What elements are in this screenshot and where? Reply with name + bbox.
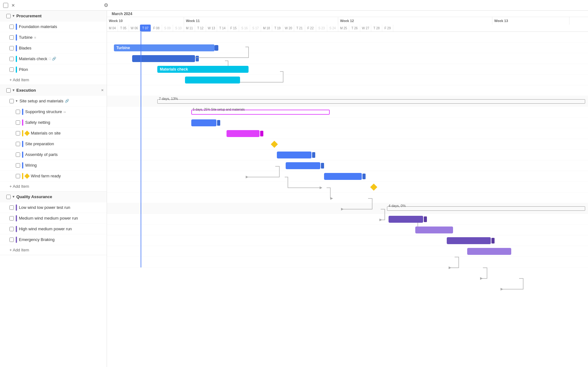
wiring-checkbox[interactable] xyxy=(16,163,20,168)
quality-chevron[interactable]: ▾ xyxy=(13,195,14,199)
row-foundation-materials: Foundation materials xyxy=(0,21,107,32)
materials-on-site-checkbox[interactable] xyxy=(16,131,20,135)
top-bar-checkbox[interactable] xyxy=(3,3,8,8)
add-item-quality[interactable]: + Add Item xyxy=(0,245,107,255)
turbine-checkbox[interactable] xyxy=(9,35,14,40)
safety-netting-bar xyxy=(22,119,23,126)
gantt-row-wind-farm-ready xyxy=(107,182,588,192)
materials-check-checkbox[interactable] xyxy=(9,57,14,61)
gantt-row-add-procurement xyxy=(107,85,588,96)
supporting-structure-checkbox[interactable] xyxy=(16,110,20,114)
execution-chevron[interactable]: ▾ xyxy=(13,88,14,92)
bar-high-wind[interactable] xyxy=(447,237,491,244)
assembly-checkbox[interactable] xyxy=(16,152,20,157)
materials-on-site-label: Materials on site xyxy=(31,131,104,135)
site-setup-chevron[interactable]: ▾ xyxy=(16,99,18,103)
safety-netting-checkbox[interactable] xyxy=(16,120,20,125)
assembly-bar xyxy=(22,152,23,158)
bar-safety-netting[interactable] xyxy=(227,130,260,137)
gantt-month-label: March 2024 xyxy=(110,11,132,17)
section-header-quality[interactable]: ▾ Quality Assurance xyxy=(0,192,107,202)
milestone-materials-on-site[interactable] xyxy=(271,141,278,148)
materials-on-site-bar xyxy=(22,130,23,136)
wiring-end xyxy=(362,174,366,179)
section-quality: ▾ Quality Assurance Low wind low power t… xyxy=(0,192,107,255)
row-pilon: Pilon xyxy=(0,64,107,75)
emergency-braking-checkbox[interactable] xyxy=(9,238,14,242)
week13: Week 13 xyxy=(492,17,569,25)
quality-checkbox[interactable] xyxy=(6,195,11,199)
site-setup-label: Site setup and materials 🔗 xyxy=(20,99,104,103)
milestone-wind-farm-ready[interactable] xyxy=(370,184,378,191)
add-item-execution[interactable]: + Add Item xyxy=(0,181,107,191)
gantt-row-emergency-braking xyxy=(107,246,588,257)
gantt-row-site-setup: 5 days, 25% Site setup and materials xyxy=(107,107,588,118)
turbine-icon: ≡ xyxy=(34,36,36,39)
site-preparation-checkbox[interactable] xyxy=(16,142,20,146)
procurement-chevron[interactable]: ▾ xyxy=(13,14,14,18)
gantt-row-quality-header: 4 days, 0% xyxy=(107,203,588,214)
bar-low-wind[interactable] xyxy=(389,216,423,223)
day-w20: W 20 xyxy=(283,25,294,32)
section-header-procurement[interactable]: ▾ Procurement xyxy=(0,11,107,21)
pilon-checkbox[interactable] xyxy=(9,67,14,72)
materials-on-site-diamond-icon xyxy=(25,130,30,136)
blades-checkbox[interactable] xyxy=(9,46,14,50)
settings-icon[interactable]: ⚙ xyxy=(104,2,108,8)
medium-wind-checkbox[interactable] xyxy=(9,216,14,221)
site-preparation-end xyxy=(312,152,315,158)
day-t19: T 19 xyxy=(272,25,283,32)
day-w06: W 06 xyxy=(129,25,140,32)
gantt-chart[interactable]: March 2024 Week 10 Week 11 Week 12 Week … xyxy=(107,11,588,367)
day-f29: F 29 xyxy=(382,25,393,32)
row-blades: Blades xyxy=(0,43,107,54)
gantt-row-blades xyxy=(107,53,588,64)
gantt-row-supporting-structure xyxy=(107,118,588,128)
high-wind-label: High wind medium power run xyxy=(19,227,104,231)
execution-checkbox[interactable] xyxy=(6,88,11,93)
top-bar: ✕ ⚙ xyxy=(0,0,588,11)
blades-bar-end xyxy=(196,56,199,61)
bar-pilon[interactable] xyxy=(185,77,240,83)
site-setup-checkbox[interactable] xyxy=(9,99,14,103)
wind-farm-diamond-icon xyxy=(25,173,30,179)
row-turbine: Turbine ≡ xyxy=(0,32,107,43)
high-wind-checkbox[interactable] xyxy=(9,227,14,231)
close-icon[interactable]: ✕ xyxy=(11,3,15,8)
day-f08: F 08 xyxy=(151,25,162,32)
execution-collapse-icon[interactable]: ✕ xyxy=(101,89,104,92)
bar-wiring[interactable] xyxy=(324,173,362,180)
wiring-label: Wiring xyxy=(25,163,104,168)
supporting-structure-icon: ∞ xyxy=(64,110,66,114)
day-m25: M 25 xyxy=(338,25,349,32)
gantt-row-site-preparation xyxy=(107,150,588,160)
bar-site-preparation[interactable] xyxy=(277,152,311,158)
add-item-procurement[interactable]: + Add Item xyxy=(0,75,107,85)
low-wind-checkbox[interactable] xyxy=(9,205,14,210)
execution-progress-label: 7 days, 13% xyxy=(159,97,178,100)
section-header-execution[interactable]: ▾ Execution ✕ xyxy=(0,85,107,96)
bar-emergency-braking[interactable] xyxy=(467,248,511,255)
bar-materials-check[interactable]: Materials check xyxy=(157,66,249,73)
high-wind-bar xyxy=(16,226,17,232)
wind-farm-ready-checkbox[interactable] xyxy=(16,174,20,178)
bar-medium-wind[interactable] xyxy=(415,227,453,233)
row-wiring: Wiring xyxy=(0,160,107,171)
day-s09: S 09 xyxy=(162,25,173,32)
bar-assembly[interactable] xyxy=(286,162,320,169)
foundation-materials-checkbox[interactable] xyxy=(9,25,14,29)
gantt-month-row: March 2024 xyxy=(107,11,588,17)
day-t28: T 28 xyxy=(371,25,382,32)
gantt-row-medium-wind xyxy=(107,225,588,235)
turbine-bar-end[interactable] xyxy=(215,45,218,51)
procurement-checkbox[interactable] xyxy=(6,14,11,18)
row-site-preparation: Site preparation xyxy=(0,139,107,149)
gantt-row-foundation xyxy=(107,32,588,43)
bar-blades[interactable] xyxy=(132,55,195,62)
row-site-setup: ▾ Site setup and materials 🔗 xyxy=(0,96,107,106)
row-high-wind: High wind medium power run xyxy=(0,224,107,234)
day-f22: F 22 xyxy=(305,25,316,32)
week11: Week 11 xyxy=(184,17,338,25)
bar-turbine[interactable]: Turbine xyxy=(114,44,215,51)
bar-supporting-structure[interactable] xyxy=(191,119,216,126)
